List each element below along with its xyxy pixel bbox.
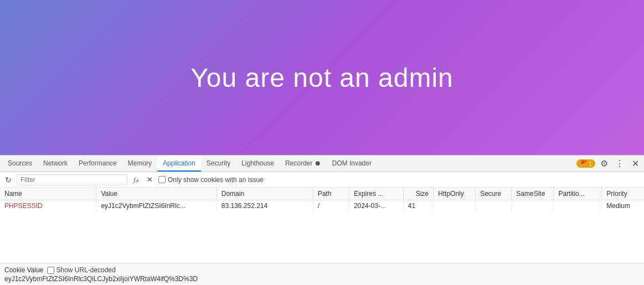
cell-httponly bbox=[434, 200, 476, 212]
col-header-value[interactable]: Value bbox=[96, 188, 217, 200]
cell-partition bbox=[554, 200, 602, 212]
cookie-value-label: Cookie Value bbox=[4, 266, 44, 274]
devtools-panel: Sources Network Performance Memory Appli… bbox=[0, 155, 644, 285]
show-url-decoded-checkbox[interactable] bbox=[47, 267, 54, 274]
col-header-priority[interactable]: Priority bbox=[602, 188, 644, 200]
cell-value: eyJ1c2VybmFtZtZSI6InRlc... bbox=[96, 200, 217, 212]
cookies-table[interactable]: Name Value Domain Path Expires ... Size … bbox=[0, 188, 644, 263]
tab-memory[interactable]: Memory bbox=[122, 156, 157, 172]
cell-domain: 83.136.252.214 bbox=[217, 200, 313, 212]
col-header-httponly[interactable]: HttpOnly bbox=[434, 188, 476, 200]
filter-input[interactable] bbox=[17, 174, 127, 185]
cell-expires: 2024-03-... bbox=[349, 200, 403, 212]
tab-bar-actions: 🚩 1 ⚙ ⋮ ✕ bbox=[576, 157, 642, 170]
cookie-value-bar: Cookie Value Show URL-decoded bbox=[4, 266, 640, 274]
cell-samesite bbox=[512, 200, 554, 212]
col-header-path[interactable]: Path bbox=[313, 188, 349, 200]
col-header-secure[interactable]: Secure bbox=[476, 188, 512, 200]
cookies-data-table: Name Value Domain Path Expires ... Size … bbox=[0, 188, 644, 211]
col-header-domain[interactable]: Domain bbox=[217, 188, 313, 200]
table-row[interactable]: PHPSESSIDeyJ1c2VybmFtZtZSI6InRlc...83.13… bbox=[0, 200, 644, 212]
tab-application[interactable]: Application bbox=[157, 156, 201, 172]
notification-count: 1 bbox=[589, 160, 592, 167]
col-header-size[interactable]: Size bbox=[403, 188, 433, 200]
tab-network[interactable]: Network bbox=[38, 156, 73, 172]
table-header: Name Value Domain Path Expires ... Size … bbox=[0, 188, 644, 200]
cookie-raw-value: eyJ1c2VybmFtZtZSI6InRlc3QiLCJyb2xlIjoiYW… bbox=[4, 275, 640, 283]
more-options-icon[interactable]: ⋮ bbox=[613, 157, 626, 170]
tab-dominvader[interactable]: DOM Invader bbox=[327, 156, 377, 172]
cell-path: / bbox=[313, 200, 349, 212]
filter-actions: 𝑓𝓍 ✕ bbox=[131, 175, 155, 184]
only-show-issues-text: Only show cookies with an issue bbox=[168, 176, 264, 184]
filter-clear-icon[interactable]: ✕ bbox=[144, 175, 155, 184]
col-header-samesite[interactable]: SameSite bbox=[512, 188, 554, 200]
only-show-issues-label[interactable]: Only show cookies with an issue bbox=[158, 176, 264, 184]
tab-security[interactable]: Security bbox=[201, 156, 236, 172]
cell-name: PHPSESSID bbox=[0, 200, 96, 212]
main-heading: You are not an admin bbox=[190, 63, 454, 93]
notification-icon: 🚩 bbox=[580, 160, 588, 167]
tab-performance[interactable]: Performance bbox=[73, 156, 122, 172]
only-show-issues-checkbox[interactable] bbox=[158, 176, 166, 183]
cell-priority: Medium bbox=[602, 200, 644, 212]
cell-size: 41 bbox=[403, 200, 433, 212]
filter-fx-icon[interactable]: 𝑓𝓍 bbox=[131, 175, 142, 184]
col-header-partition[interactable]: Partitio... bbox=[554, 188, 602, 200]
cell-secure bbox=[476, 200, 512, 212]
notification-badge: 🚩 1 bbox=[576, 159, 595, 168]
col-header-name[interactable]: Name bbox=[0, 188, 96, 200]
close-icon[interactable]: ✕ bbox=[628, 157, 642, 170]
table-body: PHPSESSIDeyJ1c2VybmFtZtZSI6InRlc...83.13… bbox=[0, 200, 644, 212]
show-url-decoded-text: Show URL-decoded bbox=[56, 266, 116, 274]
settings-icon[interactable]: ⚙ bbox=[597, 157, 611, 170]
tab-recorder[interactable]: Recorder ⏺ bbox=[280, 156, 327, 172]
filter-bar: ↻ 𝑓𝓍 ✕ Only show cookies with an issue bbox=[0, 172, 644, 188]
tab-sources[interactable]: Sources bbox=[2, 156, 38, 172]
refresh-icon[interactable]: ↻ bbox=[3, 175, 13, 184]
cookie-footer: Cookie Value Show URL-decoded eyJ1c2Vybm… bbox=[0, 263, 644, 285]
devtools-tab-bar: Sources Network Performance Memory Appli… bbox=[0, 156, 644, 172]
tab-lighthouse[interactable]: Lighthouse bbox=[236, 156, 280, 172]
show-url-decoded-label[interactable]: Show URL-decoded bbox=[47, 266, 116, 274]
col-header-expires[interactable]: Expires ... bbox=[349, 188, 403, 200]
gradient-background: You are not an admin bbox=[0, 0, 644, 155]
